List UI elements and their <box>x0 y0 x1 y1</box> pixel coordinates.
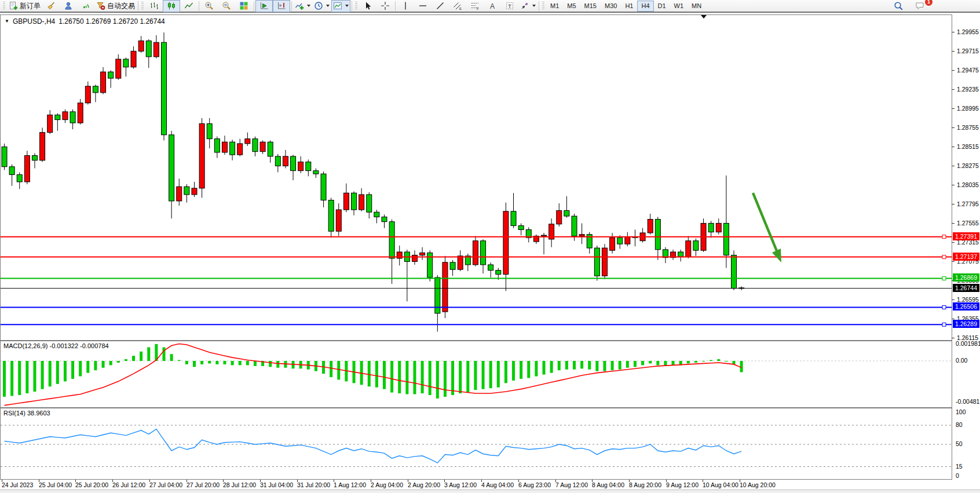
candle <box>192 182 197 197</box>
candle <box>153 35 159 59</box>
fibonacci-button[interactable]: F <box>466 0 484 12</box>
candle <box>458 250 463 271</box>
candlestick-chart-icon <box>167 1 176 10</box>
notifications-button[interactable]: 1 <box>912 0 929 12</box>
text-label-button[interactable]: T <box>501 0 518 12</box>
price-tick-mark <box>952 89 955 90</box>
candle <box>283 150 288 169</box>
line-handle[interactable] <box>942 276 946 280</box>
candle <box>481 239 486 273</box>
symbol-dropdown-icon[interactable]: ▼ <box>5 18 9 25</box>
candle <box>253 137 258 156</box>
price-tick-label: 1.28515 <box>957 143 979 150</box>
timeframe-m15-button[interactable]: M15 <box>580 1 601 12</box>
chevron-down-icon <box>345 5 349 7</box>
macd-pane[interactable] <box>0 341 952 408</box>
line-handle[interactable] <box>942 305 946 309</box>
price-tick-mark <box>952 204 955 204</box>
price-tick-mark <box>952 261 955 262</box>
timeframe-m1-button[interactable]: M1 <box>546 1 563 12</box>
timeframe-mn-button[interactable]: MN <box>688 1 705 12</box>
main-chart-pane[interactable] <box>0 14 952 341</box>
broom-button[interactable] <box>42 0 60 12</box>
timeframe-d1-button[interactable]: D1 <box>654 1 670 12</box>
candle <box>328 198 334 238</box>
candle <box>686 236 691 258</box>
zoom-out-button[interactable] <box>218 0 235 12</box>
candle <box>701 218 706 252</box>
toolbar-separator <box>291 1 292 11</box>
candlestick-chart-button[interactable] <box>163 0 180 12</box>
time-axis[interactable]: 24 Jul 202325 Jul 04:0025 Jul 20:0026 Ju… <box>0 480 953 490</box>
candle <box>177 178 182 206</box>
price-tick-label: 1.28035 <box>957 181 979 188</box>
candle <box>648 214 653 235</box>
time-axis-label: 10 Aug 20:00 <box>740 481 776 488</box>
horizontal-line-button[interactable] <box>414 0 432 12</box>
line-handle[interactable] <box>942 255 946 259</box>
candle <box>298 156 303 173</box>
signal-button[interactable] <box>77 0 94 12</box>
periods-button[interactable] <box>312 0 331 12</box>
candle <box>9 165 14 186</box>
toolbar-separator <box>199 1 199 11</box>
svg-text:F: F <box>477 7 479 10</box>
candle <box>222 136 227 155</box>
line-chart-button[interactable] <box>180 0 198 12</box>
auto-trading-button[interactable]: 自动交易 <box>94 0 137 12</box>
price-axis[interactable]: 1.299551.297151.294751.292351.289951.287… <box>953 14 980 480</box>
vertical-line-button[interactable] <box>397 0 414 12</box>
line-chart-icon <box>184 1 193 10</box>
candle <box>214 137 220 158</box>
price-tick-label: 1.29475 <box>957 67 979 74</box>
chevron-down-icon <box>307 5 310 7</box>
candle <box>374 210 379 223</box>
auto-scroll-button[interactable] <box>255 0 273 12</box>
indicators-button[interactable] <box>293 0 312 12</box>
timeframe-m5-button[interactable]: M5 <box>563 1 580 12</box>
text-button[interactable]: A <box>484 0 501 12</box>
candle <box>473 236 478 266</box>
arrows-button[interactable] <box>518 0 537 12</box>
timeframe-m30-button[interactable]: M30 <box>601 1 621 12</box>
macd-scale-label: 0.001981 <box>956 340 980 347</box>
time-axis-label: 25 Jul 20:00 <box>75 481 108 488</box>
line-handle[interactable] <box>942 323 946 326</box>
bar-chart-button[interactable] <box>145 0 163 12</box>
search-button[interactable] <box>890 0 907 12</box>
new-order-button[interactable]: 新订单 <box>7 0 42 12</box>
equidistant-channel-button[interactable]: E <box>449 0 466 12</box>
timeframe-h1-button[interactable]: H1 <box>621 1 637 12</box>
cursor-button[interactable] <box>359 0 376 12</box>
time-axis-label: 10 Aug 04:00 <box>703 481 738 488</box>
price-badge-resistance-2: 1.27137 <box>953 253 979 261</box>
candle <box>564 196 569 218</box>
timeframe-h4-button[interactable]: H4 <box>637 1 653 12</box>
candle <box>17 172 22 189</box>
ohlc-values: 1.26750 1.26769 1.26720 1.26744 <box>58 17 165 25</box>
candle <box>671 250 676 260</box>
community-button[interactable] <box>60 0 77 12</box>
crosshair-button[interactable] <box>376 0 394 12</box>
rsi-scale-label: 100 <box>956 408 966 415</box>
periods-clock-icon <box>314 1 323 10</box>
tile-windows-button[interactable] <box>235 0 253 12</box>
candle <box>594 246 599 281</box>
new-order-icon <box>9 1 18 10</box>
line-handle[interactable] <box>942 235 946 239</box>
time-axis-label: 27 Jul 20:00 <box>187 481 220 488</box>
candle <box>237 139 243 156</box>
zoom-in-button[interactable] <box>200 0 218 12</box>
trendline-button[interactable] <box>432 0 449 12</box>
timeframe-w1-button[interactable]: W1 <box>670 1 688 12</box>
candle <box>518 223 524 235</box>
candle <box>63 109 68 123</box>
candle <box>655 217 660 260</box>
time-axis-label: 9 Aug 12:00 <box>666 481 699 488</box>
templates-button[interactable] <box>331 0 350 12</box>
price-tick-mark <box>952 223 955 224</box>
chart-shift-button[interactable] <box>273 0 290 12</box>
candle <box>632 229 638 246</box>
rsi-pane[interactable] <box>0 408 952 480</box>
down-arrow-annotation[interactable] <box>753 193 781 262</box>
